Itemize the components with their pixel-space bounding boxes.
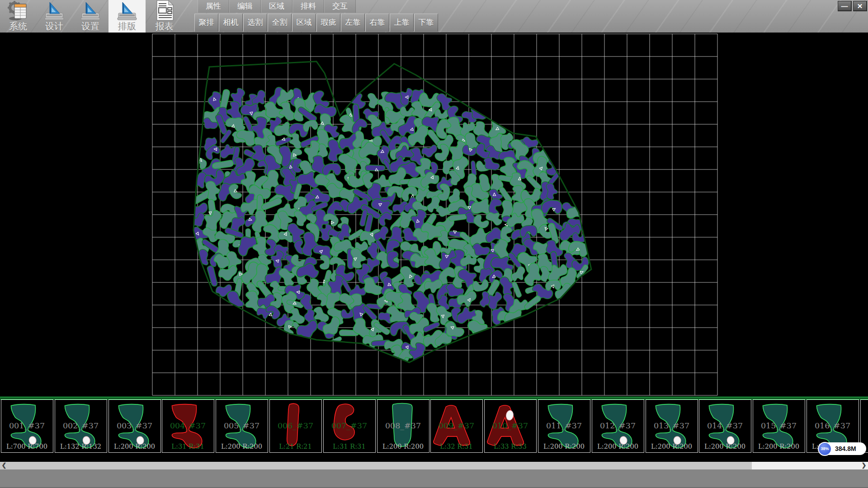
horizontal-scrollbar[interactable]: ❮ ❯ (0, 462, 868, 469)
progress-percent: 38% (821, 446, 829, 451)
main-button-5[interactable]: 报表 (146, 0, 183, 33)
main-button-1[interactable]: 系统 (0, 0, 36, 33)
tool-button-9[interactable]: 上靠 (390, 14, 414, 32)
menu-tab-1[interactable]: 属性 (198, 0, 229, 13)
main-button-4[interactable]: 排版 (108, 0, 146, 33)
nesting-canvas[interactable] (0, 34, 868, 397)
svg-text:L:32 R:31: L:32 R:31 (440, 442, 473, 450)
svg-text:012_#37: 012_#37 (600, 421, 636, 430)
menu-tab-3[interactable]: 区域 (261, 0, 292, 13)
progress-circle-icon: 38% (818, 442, 832, 456)
piece-thumbnail-10[interactable]: 010_#37L:33 R:33 (484, 399, 537, 453)
piece-thumbnail-strip: 001_#37L:700 R:700002_#37L:132 R:132003_… (0, 397, 868, 462)
piece-shape-svg: 007_#37L:31 R:31 (324, 400, 375, 452)
svg-text:003_#37: 003_#37 (117, 421, 152, 430)
piece-shape-svg: 008_#37L:200 R:200 (377, 400, 429, 452)
piece-shape-svg: 012_#37L:200 R:200 (592, 400, 643, 452)
svg-text:L:200 R:200: L:200 R:200 (597, 442, 638, 450)
tool-button-3[interactable]: 选割 (243, 14, 267, 32)
tool-button-10[interactable]: 下靠 (414, 14, 438, 32)
piece-shape-svg: 004_#37L:31 R:31 (162, 400, 213, 452)
main-button-3[interactable]: 设置 (72, 0, 108, 33)
menu-tab-5[interactable]: 交互 (324, 0, 356, 13)
close-button[interactable]: ✕ (853, 1, 867, 11)
tool-button-2[interactable]: 相机 (219, 14, 243, 32)
svg-text:004_#37: 004_#37 (170, 421, 206, 430)
piece-thumbnail-15[interactable]: 015_#37L:200 R:200 (753, 399, 805, 453)
tool-button-4[interactable]: 全割 (268, 14, 292, 32)
piece-thumbnail-7[interactable]: 007_#37L:31 R:31 (323, 399, 376, 453)
main-button-label: 设置 (81, 21, 99, 31)
memory-progress-badge[interactable]: 38% 384.8M (818, 442, 866, 455)
tool-button-6[interactable]: 瑕疵 (316, 14, 340, 32)
strip-green-line-top (0, 397, 868, 398)
scroll-left-arrow-icon[interactable]: ❮ (0, 462, 8, 469)
triangle-ruler-icon (116, 0, 138, 21)
piece-shape-svg: 014_#37L:200 R:200 (699, 400, 750, 452)
piece-thumbnail-4[interactable]: 004_#37L:31 R:31 (162, 399, 214, 453)
svg-text:002_#37: 002_#37 (63, 421, 99, 430)
minimize-button[interactable]: — (838, 1, 852, 11)
svg-text:013_#37: 013_#37 (654, 421, 689, 430)
piece-shape-svg: 003_#37L:200 R:200 (109, 400, 160, 452)
piece-thumbnail-2[interactable]: 002_#37L:132 R:132 (55, 399, 107, 453)
svg-text:015_#37: 015_#37 (761, 421, 797, 430)
tool-button-1[interactable]: 聚排 (194, 14, 218, 32)
svg-text:001_#37: 001_#37 (9, 421, 45, 430)
piece-shape-svg: 001_#37L:700 R:700 (1, 400, 52, 452)
svg-text:011_#37: 011_#37 (546, 421, 582, 430)
main-button-label: 系统 (9, 21, 27, 31)
svg-text:L:200 R:200: L:200 R:200 (651, 442, 692, 450)
svg-text:L:33 R:33: L:33 R:33 (494, 442, 527, 450)
piece-shape-svg: 010_#37L:33 R:33 (485, 400, 536, 452)
close-icon: ✕ (857, 3, 863, 9)
piece-thumbnail-13[interactable]: 013_#37L:200 R:200 (646, 399, 698, 453)
svg-text:008_#37: 008_#37 (385, 421, 421, 430)
svg-text:014_#37: 014_#37 (707, 421, 743, 430)
svg-text:L:200 R:200: L:200 R:200 (114, 442, 155, 450)
piece-thumbnail-14[interactable]: 014_#37L:200 R:200 (699, 399, 751, 453)
menu-tab-2[interactable]: 编辑 (229, 0, 261, 13)
main-button-2[interactable]: 设计 (36, 0, 72, 33)
minimize-icon: — (841, 3, 848, 9)
piece-thumbnail-9[interactable]: 009_#37L:32 R:31 (430, 399, 483, 453)
piece-thumbnail-1[interactable]: 001_#37L:700 R:700 (1, 399, 53, 453)
svg-text:L:31 R:31: L:31 R:31 (333, 442, 365, 450)
piece-thumbnail-11[interactable]: 011_#37L:200 R:200 (538, 399, 590, 453)
main-button-label: 设计 (45, 21, 63, 31)
piece-thumbnail-6[interactable]: 006_#37L:21 R:21 (269, 399, 322, 453)
piece-shape-svg: 005_#37L:200 R:200 (216, 400, 267, 452)
menu-tab-bar: 属性编辑区域排料交互 (198, 0, 356, 13)
piece-thumbnail-5[interactable]: 005_#37L:200 R:200 (216, 399, 268, 453)
svg-text:L:200 R:200: L:200 R:200 (221, 442, 262, 450)
main-button-label: 排版 (118, 21, 136, 31)
triangle-ruler-icon (43, 0, 65, 21)
piece-thumbnail-3[interactable]: 003_#37L:200 R:200 (108, 399, 161, 453)
report-doc-icon (154, 0, 175, 21)
piece-shape-svg: 006_#37L:21 R:21 (270, 400, 321, 452)
main-mode-buttons: 系统 设计 设置 排版 报表 (0, 0, 183, 33)
piece-cells: 001_#37L:700 R:700002_#37L:132 R:132003_… (0, 399, 868, 453)
window-controls: — ✕ (838, 1, 867, 11)
main-button-label: 报表 (156, 21, 174, 31)
svg-text:L:132 R:132: L:132 R:132 (60, 442, 101, 450)
memory-usage-label: 384.8M (835, 445, 856, 452)
app-window: 系统 设计 设置 排版 报表 属性编辑区域排 (0, 0, 868, 488)
system-gear-icon (6, 0, 30, 21)
piece-shape-svg: 002_#37L:132 R:132 (55, 400, 106, 452)
nesting-svg (0, 33, 868, 397)
piece-thumbnail-12[interactable]: 012_#37L:200 R:200 (592, 399, 644, 453)
tool-button-row: 聚排相机选割全割区域瑕疵左靠右靠上靠下靠 (194, 14, 439, 33)
svg-text:L:700 R:700: L:700 R:700 (6, 442, 47, 450)
scroll-right-arrow-icon[interactable]: ❯ (860, 462, 868, 469)
svg-text:L:200 R:200: L:200 R:200 (543, 442, 585, 450)
svg-text:016_#37: 016_#37 (815, 421, 850, 430)
menu-tab-4[interactable]: 排料 (292, 0, 324, 13)
tool-button-5[interactable]: 区域 (292, 14, 316, 32)
tool-button-7[interactable]: 左靠 (341, 14, 365, 32)
scrollbar-thumb[interactable] (8, 462, 752, 469)
piece-thumbnail-8[interactable]: 008_#37L:200 R:200 (377, 399, 429, 453)
svg-text:010_#37: 010_#37 (492, 421, 528, 430)
tool-button-8[interactable]: 右靠 (365, 14, 389, 32)
piece-shape-svg: 009_#37L:32 R:31 (431, 400, 482, 452)
